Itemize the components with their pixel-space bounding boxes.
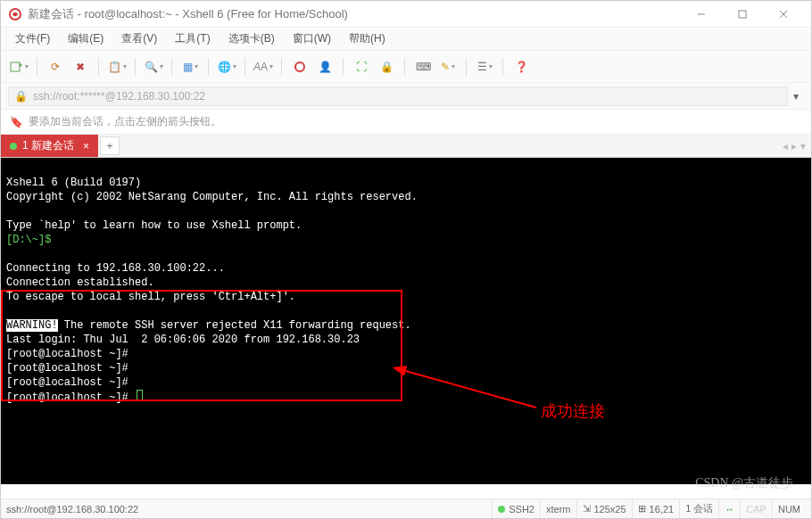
status-sessions: 1 会话 xyxy=(679,499,718,518)
globe-icon[interactable]: 🌐▾ xyxy=(216,56,237,78)
status-connect-icon[interactable]: ↔ xyxy=(718,499,740,518)
term-prompt: [root@localhost ~]# xyxy=(6,391,128,404)
term-line: Connecting to 192.168.30.100:22... xyxy=(6,262,225,275)
tab-prev-icon[interactable]: ◂ xyxy=(783,140,788,152)
status-cap: CAP xyxy=(740,499,772,518)
app-icon xyxy=(8,7,22,21)
menu-view[interactable]: 查看(V) xyxy=(114,29,164,49)
disconnect-icon[interactable]: ✖ xyxy=(70,56,91,78)
watermark: CSDN @古道徒步 xyxy=(695,475,793,491)
copy-icon[interactable]: 📋▾ xyxy=(106,56,128,78)
term-line: The remote SSH server rejected X11 forwa… xyxy=(58,319,411,332)
add-tab-button[interactable]: + xyxy=(100,136,120,155)
search-icon[interactable]: 🔍▾ xyxy=(143,56,164,78)
status-dot-icon xyxy=(498,506,505,513)
status-term: xterm xyxy=(540,499,576,518)
lock-small-icon: 🔒 xyxy=(14,90,28,103)
address-dropdown-icon[interactable]: ▾ xyxy=(788,90,804,103)
window-title: 新建会话 - root@localhost:~ - Xshell 6 (Free… xyxy=(28,6,681,22)
term-line: Connection established. xyxy=(6,276,154,289)
properties-icon[interactable]: ▦▾ xyxy=(179,56,201,78)
highlight-icon[interactable]: ✎▾ xyxy=(437,56,459,78)
titlebar: 新建会话 - root@localhost:~ - Xshell 6 (Free… xyxy=(1,1,811,28)
term-prompt: [root@localhost ~]# xyxy=(6,348,128,360)
term-warning: WARNING! xyxy=(6,319,58,332)
status-cursor: ⊞16,21 xyxy=(632,499,680,518)
address-bar: 🔒 ssh://root:******@192.168.30.100:22 ▾ xyxy=(1,83,811,110)
menu-help[interactable]: 帮助(H) xyxy=(342,29,393,49)
menubar: 文件(F) 编辑(E) 查看(V) 工具(T) 选项卡(B) 窗口(W) 帮助(… xyxy=(1,28,811,51)
xshell-icon[interactable] xyxy=(289,56,311,78)
term-prompt: [root@localhost ~]# xyxy=(6,376,128,389)
status-num: NUM xyxy=(772,499,806,518)
status-ssh: SSH2 xyxy=(492,499,540,518)
lock-icon[interactable]: 🔒 xyxy=(376,56,397,78)
annotation-arrow-icon xyxy=(394,363,545,416)
fullscreen-icon[interactable]: ⛶ xyxy=(351,56,372,78)
tab-session-1[interactable]: 1 新建会话 × xyxy=(1,135,98,157)
term-line: Last login: Thu Jul 2 06:06:06 2020 from… xyxy=(6,334,360,346)
new-session-icon[interactable]: ▾ xyxy=(8,56,29,78)
term-line: Type `help' to learn how to use Xshell p… xyxy=(6,219,302,232)
term-prompt: [root@localhost ~]# xyxy=(6,362,128,375)
connected-dot-icon xyxy=(10,143,17,150)
terminal[interactable]: Xshell 6 (Build 0197) Copyright (c) 2002… xyxy=(1,158,811,484)
menu-window[interactable]: 窗口(W) xyxy=(286,29,338,49)
svg-rect-2 xyxy=(739,11,746,18)
menu-edit[interactable]: 编辑(E) xyxy=(61,29,111,49)
minimize-button[interactable] xyxy=(681,1,722,28)
font-icon[interactable]: AA▾ xyxy=(253,56,274,78)
address-text: ssh://root:******@192.168.30.100:22 xyxy=(33,90,205,103)
window-buttons xyxy=(681,1,804,28)
menu-file[interactable]: 文件(F) xyxy=(8,29,57,49)
status-bar: ssh://root@192.168.30.100:22 SSH2 xterm … xyxy=(1,498,811,518)
toolbar: ▾ ⟳ ✖ 📋▾ 🔍▾ ▦▾ 🌐▾ AA▾ 👤 ⛶ 🔒 ⌨ ✎▾ ☰▾ ❓ xyxy=(1,51,811,83)
bookmark-icon[interactable]: 🔖 xyxy=(10,116,23,128)
tab-nav: ◂ ▸ ▾ xyxy=(777,135,811,157)
svg-line-9 xyxy=(402,370,536,408)
tab-strip: 1 新建会话 × + ◂ ▸ ▾ xyxy=(1,135,811,158)
svg-point-8 xyxy=(295,62,304,71)
cursor-pos-icon: ⊞ xyxy=(638,503,646,515)
status-address: ssh://root@192.168.30.100:22 xyxy=(6,504,492,515)
cursor-icon xyxy=(137,390,143,400)
address-input[interactable]: 🔒 ssh://root:******@192.168.30.100:22 xyxy=(8,86,788,106)
sessions-icon[interactable]: ☰▾ xyxy=(474,56,495,78)
term-line: Xshell 6 (Build 0197) xyxy=(6,177,141,189)
tip-text: 要添加当前会话，点击左侧的箭头按钮。 xyxy=(29,114,221,129)
menu-tools[interactable]: 工具(T) xyxy=(168,29,217,49)
resize-icon: ⇲ xyxy=(583,503,591,515)
user-icon[interactable]: 👤 xyxy=(314,56,336,78)
term-line: Copyright (c) 2002 NetSarang Computer, I… xyxy=(6,191,418,203)
maximize-button[interactable] xyxy=(722,1,763,28)
menu-tabs[interactable]: 选项卡(B) xyxy=(221,29,282,49)
tab-label: 1 新建会话 xyxy=(22,138,74,153)
tab-next-icon[interactable]: ▸ xyxy=(791,140,797,152)
close-button[interactable] xyxy=(763,1,804,28)
annotation-text: 成功连接 xyxy=(541,404,605,418)
tab-list-icon[interactable]: ▾ xyxy=(800,140,806,152)
keyboard-icon[interactable]: ⌨ xyxy=(412,56,434,78)
svg-rect-5 xyxy=(11,62,20,71)
tip-bar: 🔖 要添加当前会话，点击左侧的箭头按钮。 xyxy=(1,110,811,135)
reconnect-icon[interactable]: ⟳ xyxy=(45,56,66,78)
status-size: ⇲125x25 xyxy=(576,499,632,518)
term-prompt: [D:\~]$ xyxy=(6,234,51,246)
term-line: To escape to local shell, press 'Ctrl+Al… xyxy=(6,291,295,303)
tab-close-icon[interactable]: × xyxy=(83,140,89,152)
help-icon[interactable]: ❓ xyxy=(510,56,532,78)
